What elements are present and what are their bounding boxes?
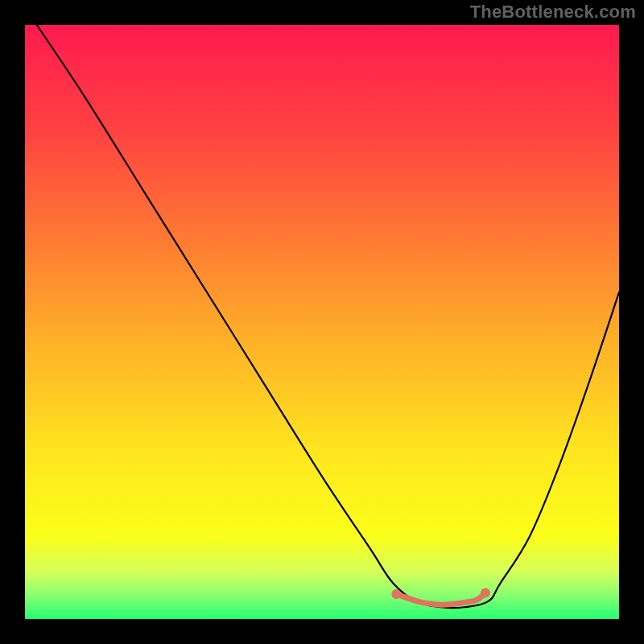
bottleneck-chart xyxy=(25,25,619,619)
highlight-marker xyxy=(391,589,401,599)
highlight-marker xyxy=(481,588,490,598)
gradient-background xyxy=(25,25,619,619)
chart-container: TheBottleneck.com xyxy=(0,0,644,644)
plot-area xyxy=(25,25,619,619)
watermark-text: TheBottleneck.com xyxy=(470,2,636,23)
